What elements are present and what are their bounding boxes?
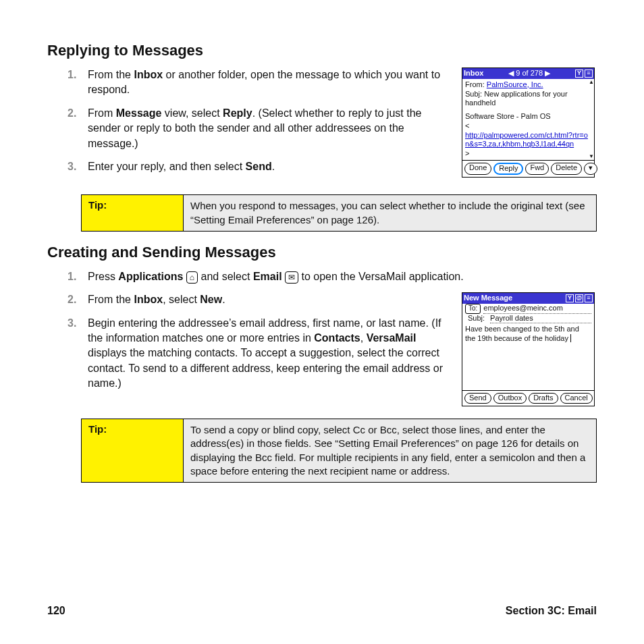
palm-to-label[interactable]: To: xyxy=(465,304,481,314)
palm-newmsg-icons: Y @ ≡ xyxy=(566,294,593,302)
palm-done-button[interactable]: Done xyxy=(464,163,491,175)
palm-cancel-button[interactable]: Cancel xyxy=(560,393,593,404)
create-step-2: From the Inbox, select New. xyxy=(68,292,452,307)
palm-drafts-button[interactable]: Drafts xyxy=(529,393,558,404)
create-step-1: Press Applications ⌂ and select Email ✉ … xyxy=(68,269,597,284)
tip-content-2: To send a copy or blind copy, select Cc … xyxy=(184,419,596,482)
arrow-left-icon: ◀ xyxy=(508,69,514,77)
tip-content: When you respond to messages, you can se… xyxy=(184,195,596,231)
tip-label-2: Tip: xyxy=(82,419,184,482)
creating-steps-cont: From the Inbox, select New. Begin enteri… xyxy=(68,292,452,391)
palm-screenshot-inbox: Inbox ◀ 9 of 278 ▶ Y ≡ From: PalmSource,… xyxy=(462,68,595,178)
palm-fwd-button[interactable]: Fwd xyxy=(525,163,549,175)
replying-steps: From the Inbox or another folder, open t… xyxy=(68,68,452,174)
palm-scrollbar[interactable] xyxy=(589,79,593,160)
arrow-right-icon: ▶ xyxy=(545,69,550,77)
section-label: Section 3C: Email xyxy=(506,605,597,617)
palm-send-button[interactable]: Send xyxy=(464,393,491,404)
step-1: From the Inbox or another folder, open t… xyxy=(68,68,452,98)
clip-icon: @ xyxy=(575,294,583,302)
tip-label: Tip: xyxy=(82,195,184,231)
palm-inbox-title: Inbox xyxy=(464,69,483,78)
menu-icon: ≡ xyxy=(585,294,593,302)
signal-icon: Y xyxy=(575,70,583,78)
step-3: Enter your reply, and then select Send. xyxy=(68,159,452,174)
tip-box-2: Tip: To send a copy or blind copy, selec… xyxy=(81,419,597,483)
palm-subj-label: Subj: xyxy=(465,314,487,324)
palm-counter: ◀ 9 of 278 ▶ xyxy=(508,69,550,78)
palm-delete-button[interactable]: Delete xyxy=(551,163,582,175)
page-number: 120 xyxy=(47,605,65,617)
palm-reply-button[interactable]: Reply xyxy=(493,163,523,175)
heading-replying: Replying to Messages xyxy=(47,42,597,59)
menu-icon: ≡ xyxy=(585,70,593,78)
palm-screenshot-newmsg: New Message Y @ ≡ To: employees@meinc.co… xyxy=(462,292,595,406)
palm-body-link[interactable]: http://palmpowered.com/ct.html?rtr=on&s=… xyxy=(465,131,588,149)
palm-to-field[interactable]: employees@meinc.com xyxy=(483,304,591,314)
email-icon: ✉ xyxy=(285,271,298,284)
palm-outbox-button[interactable]: Outbox xyxy=(493,393,527,404)
create-step-3: Begin entering the addressee’s email add… xyxy=(68,316,452,392)
step-2: From Message view, select Reply. (Select… xyxy=(68,106,452,151)
palm-subj-field[interactable]: Payroll dates xyxy=(490,314,591,324)
applications-icon: ⌂ xyxy=(186,271,198,284)
palm-from-link[interactable]: PalmSource, Inc. xyxy=(487,80,543,88)
heading-creating: Creating and Sending Messages xyxy=(47,244,597,261)
palm-status-icons: Y ≡ xyxy=(575,70,593,78)
creating-steps: Press Applications ⌂ and select Email ✉ … xyxy=(68,269,597,284)
palm-body-text[interactable]: Have been changed to the 5th and the 19t… xyxy=(465,325,579,342)
palm-more-icon[interactable]: ▾ xyxy=(584,163,597,175)
palm-newmsg-title: New Message xyxy=(464,294,512,303)
signal-icon: Y xyxy=(566,294,574,302)
tip-box-1: Tip: When you respond to messages, you c… xyxy=(81,194,597,232)
